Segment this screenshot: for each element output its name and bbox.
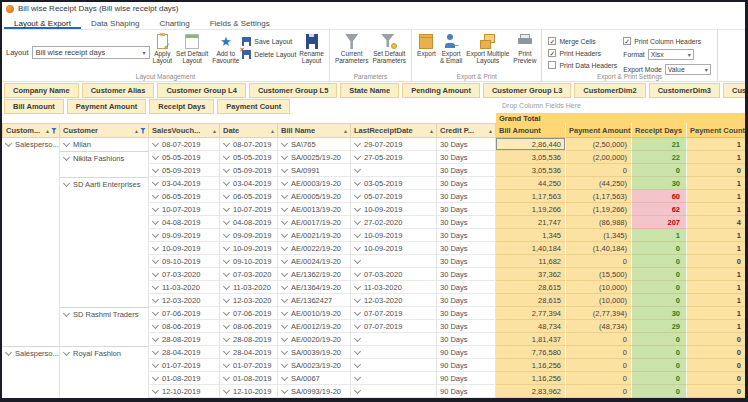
payment-count-cell[interactable]: 1: [687, 268, 745, 281]
bill-amount-cell[interactable]: 3,05,536: [496, 164, 566, 177]
button-current-parameters[interactable]: CurrentParameters: [334, 32, 370, 65]
customer-cell[interactable]: Royal Fashion: [60, 346, 149, 359]
payment-amount-cell[interactable]: 0: [566, 346, 632, 359]
date-cell[interactable]: 04-08-2019: [220, 216, 278, 229]
payment-amount-cell[interactable]: (10,000): [566, 294, 632, 307]
checkbox-print-data-headers[interactable]: Print Data Headers: [548, 61, 617, 69]
last-receipt-date-cell[interactable]: 27-05-2019: [351, 151, 437, 164]
group-cell[interactable]: [2, 203, 60, 216]
column-header-salesvouch[interactable]: SalesVouch...▲: [149, 123, 220, 138]
payment-amount-cell[interactable]: (2,00,000): [566, 151, 632, 164]
bill-name-cell[interactable]: AE/0012/19-20: [278, 320, 351, 333]
sales-voucher-date-cell[interactable]: 06-05-2019: [149, 190, 220, 203]
bill-amount-cell[interactable]: 21,747: [496, 216, 566, 229]
credit-period-cell[interactable]: 30 Days: [437, 333, 496, 346]
last-receipt-date-cell[interactable]: [351, 333, 437, 346]
last-receipt-date-cell[interactable]: [351, 255, 437, 268]
layout-combo[interactable]: Bill wise receipt days▾: [32, 46, 150, 59]
customer-cell[interactable]: [60, 216, 149, 229]
payment-count-cell[interactable]: 0: [687, 385, 745, 398]
field-chip-customer-group-l3[interactable]: Customer Group L3: [483, 83, 571, 98]
bill-amount-cell[interactable]: 1,16,256: [496, 372, 566, 385]
payment-amount-cell[interactable]: (44,250): [566, 177, 632, 190]
payment-amount-cell[interactable]: (48,734): [566, 320, 632, 333]
payment-count-cell[interactable]: 1: [687, 229, 745, 242]
customer-cell[interactable]: [60, 190, 149, 203]
bill-amount-cell[interactable]: 1,17,563: [496, 190, 566, 203]
last-receipt-date-cell[interactable]: 10-09-2019: [351, 242, 437, 255]
button-set-default-parameters[interactable]: Set DefaultParameters: [371, 32, 407, 65]
date-cell[interactable]: 05-09-2019: [220, 164, 278, 177]
filter-icon[interactable]: [140, 128, 146, 134]
last-receipt-date-cell[interactable]: [351, 372, 437, 385]
payment-count-cell[interactable]: 0: [687, 372, 745, 385]
credit-period-cell[interactable]: 90 Days: [437, 359, 496, 372]
group-cell[interactable]: [2, 255, 60, 268]
payment-count-cell[interactable]: 0: [687, 346, 745, 359]
group-cell[interactable]: [2, 151, 60, 164]
tab-fields-settings[interactable]: Fields & Settings: [200, 15, 280, 29]
group-cell[interactable]: [2, 333, 60, 346]
sales-voucher-date-cell[interactable]: 01-07-2019: [149, 359, 220, 372]
value-column-header-receipt-days[interactable]: Receipt Days: [632, 123, 687, 138]
payment-count-cell[interactable]: 1: [687, 307, 745, 320]
credit-period-cell[interactable]: 90 Days: [437, 385, 496, 398]
customer-cell[interactable]: [60, 372, 149, 385]
button-save-layout[interactable]: Save Layout: [242, 37, 296, 46]
sales-voucher-date-cell[interactable]: 05-05-2019: [149, 151, 220, 164]
payment-amount-cell[interactable]: (2,77,394): [566, 307, 632, 320]
customer-cell[interactable]: SD Rashmi Traders: [60, 307, 149, 320]
column-header-customer[interactable]: Customer▲: [60, 123, 149, 138]
sales-voucher-date-cell[interactable]: 08-06-2019: [149, 320, 220, 333]
bill-name-cell[interactable]: AE/0010/19-20: [278, 307, 351, 320]
payment-amount-cell[interactable]: 0: [566, 385, 632, 398]
credit-period-cell[interactable]: 30 Days: [437, 320, 496, 333]
payment-amount-cell[interactable]: (1,17,563): [566, 190, 632, 203]
checkbox-print-headers[interactable]: ✓Print Headers: [548, 49, 617, 57]
sales-voucher-date-cell[interactable]: 12-03-2020: [149, 294, 220, 307]
bill-name-cell[interactable]: SA/0039/19-20: [278, 346, 351, 359]
receipt-days-cell[interactable]: 0: [632, 268, 687, 281]
credit-period-cell[interactable]: 30 Days: [437, 229, 496, 242]
customer-cell[interactable]: Milan: [60, 138, 149, 151]
sales-voucher-date-cell[interactable]: 10-07-2019: [149, 203, 220, 216]
credit-period-cell[interactable]: 30 Days: [437, 268, 496, 281]
payment-count-cell[interactable]: 1: [687, 151, 745, 164]
date-cell[interactable]: 01-07-2019: [220, 359, 278, 372]
receipt-days-cell[interactable]: 62: [632, 203, 687, 216]
receipt-days-cell[interactable]: 29: [632, 320, 687, 333]
button-delete-layout[interactable]: Delete Layout: [242, 50, 296, 59]
last-receipt-date-cell[interactable]: 05-07-2019: [351, 190, 437, 203]
date-cell[interactable]: 28-04-2019: [220, 346, 278, 359]
bill-amount-cell[interactable]: 3,05,536: [496, 151, 566, 164]
payment-count-cell[interactable]: 4: [687, 216, 745, 229]
field-chip-company-name[interactable]: Company Name: [4, 83, 79, 98]
payment-count-cell[interactable]: 0: [687, 359, 745, 372]
bill-amount-cell[interactable]: 1,16,256: [496, 359, 566, 372]
credit-period-cell[interactable]: 30 Days: [437, 138, 496, 151]
date-cell[interactable]: 28-08-2019: [220, 333, 278, 346]
customer-cell[interactable]: [60, 294, 149, 307]
sales-voucher-date-cell[interactable]: 11-03-2020: [149, 281, 220, 294]
group-cell[interactable]: [2, 320, 60, 333]
payment-count-cell[interactable]: 0: [687, 333, 745, 346]
date-cell[interactable]: 05-05-2019: [220, 151, 278, 164]
payment-amount-cell[interactable]: 0: [566, 255, 632, 268]
button-add-to-favourite[interactable]: Add toFavourite: [211, 32, 240, 65]
bill-amount-cell[interactable]: 7,76,580: [496, 346, 566, 359]
date-cell[interactable]: 07-03-2020: [220, 268, 278, 281]
bill-amount-cell[interactable]: 1,19,266: [496, 203, 566, 216]
payment-amount-cell[interactable]: 0: [566, 333, 632, 346]
bill-amount-cell[interactable]: 44,250: [496, 177, 566, 190]
group-cell[interactable]: [2, 242, 60, 255]
field-chip-customerdim3[interactable]: CustomerDim3: [649, 83, 720, 98]
group-cell[interactable]: [2, 281, 60, 294]
payment-count-cell[interactable]: 1: [687, 320, 745, 333]
group-cell[interactable]: [2, 359, 60, 372]
receipt-days-cell[interactable]: 1: [632, 229, 687, 242]
button-print-preview[interactable]: PrintPreview: [512, 32, 537, 65]
bill-amount-cell[interactable]: 48,734: [496, 320, 566, 333]
group-cell[interactable]: Salesperso...: [2, 346, 60, 359]
sales-voucher-date-cell[interactable]: 03-04-2019: [149, 177, 220, 190]
field-chip-payment-amount[interactable]: Payment Amount: [67, 99, 146, 114]
